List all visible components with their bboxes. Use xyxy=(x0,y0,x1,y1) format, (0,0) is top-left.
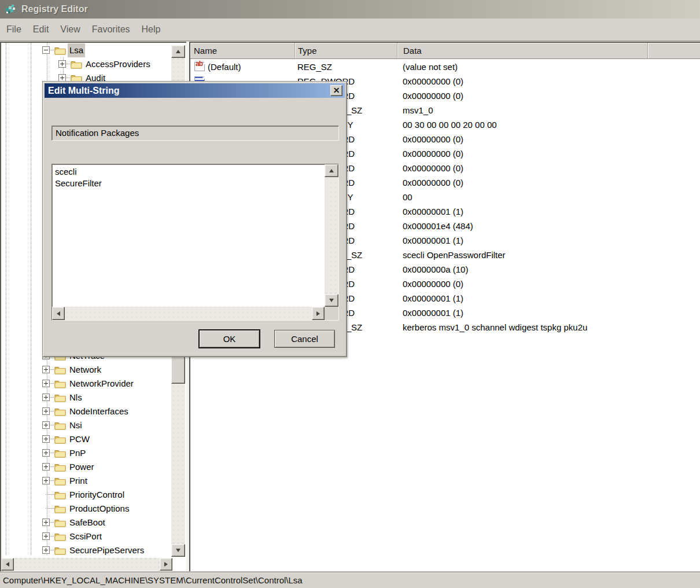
tree-item[interactable]: ScsiPort xyxy=(1,530,171,543)
tree-expander-icon[interactable] xyxy=(42,435,50,443)
tree-expander-icon[interactable] xyxy=(42,394,50,401)
close-icon[interactable]: ✕ xyxy=(330,85,342,96)
tree-item-label: SafeBoot xyxy=(69,516,105,530)
up-arrow-icon xyxy=(176,50,180,53)
tree-item[interactable]: PnP xyxy=(1,446,171,460)
column-header-name[interactable]: Name xyxy=(190,43,295,59)
tree-connector-line xyxy=(50,369,54,370)
value-data-cell: 0x00000001 (1) xyxy=(403,291,463,306)
menu-view[interactable]: View xyxy=(54,19,86,41)
scrollbar-track[interactable] xyxy=(65,307,312,320)
tree-item-label: PriorityControl xyxy=(69,488,124,502)
folder-icon xyxy=(54,546,66,555)
value-type-icon xyxy=(194,62,205,71)
value-data-cell: 0x00000000 (0) xyxy=(403,74,463,89)
tree-item[interactable]: Nsi xyxy=(1,418,171,432)
tree-item[interactable]: PriorityControl xyxy=(1,488,171,502)
value-data-text[interactable]: scecliSecureFilter xyxy=(55,166,322,304)
folder-icon xyxy=(54,449,66,458)
folder-icon xyxy=(54,46,66,55)
tree-expander-icon[interactable] xyxy=(42,463,50,471)
tree-connector-line xyxy=(50,466,54,467)
value-data-cell: 00 30 00 00 00 20 00 00 xyxy=(403,117,497,132)
scrollbar-track[interactable] xyxy=(325,177,338,294)
folder-icon xyxy=(54,490,66,499)
tree-item-label: ProductOptions xyxy=(69,502,129,516)
scroll-right-button[interactable] xyxy=(312,307,325,320)
value-name-cell: (Default) xyxy=(208,60,241,74)
tree-item-label: Nsi xyxy=(69,418,82,432)
tree-connector-line xyxy=(50,439,54,439)
scroll-left-button[interactable] xyxy=(52,307,65,320)
tree-item[interactable]: NetworkProvider xyxy=(1,377,171,391)
value-data-cell: 0x00000000 (0) xyxy=(403,146,463,161)
textarea-vertical-scrollbar[interactable] xyxy=(325,164,338,307)
tree-expander-icon[interactable] xyxy=(42,546,50,554)
tree-expander-icon[interactable] xyxy=(42,421,50,429)
value-data-cell: 0x000001e4 (484) xyxy=(403,219,473,233)
tree-expander-icon[interactable] xyxy=(42,46,50,54)
menu-help[interactable]: Help xyxy=(136,19,167,41)
dialog-title-bar[interactable]: Edit Multi-String xyxy=(45,83,345,98)
tree-connector-line xyxy=(66,64,71,64)
tree-item-label: SecurePipeServers xyxy=(69,543,144,556)
tree-item[interactable]: Print xyxy=(1,474,171,488)
tree-item[interactable]: AccessProviders xyxy=(1,57,171,71)
tree-expander-icon[interactable] xyxy=(42,449,50,457)
tree-expander-icon[interactable] xyxy=(42,366,50,373)
tree-connector-line xyxy=(50,425,54,425)
tree-item-label: Nls xyxy=(69,391,82,405)
tree-item-label: AccessProviders xyxy=(86,57,150,71)
value-name-field[interactable]: Notification Packages xyxy=(51,126,339,141)
tree-item[interactable]: SecurePipeServers xyxy=(1,543,171,556)
scrollbar-track[interactable] xyxy=(14,558,160,571)
tree-expander-icon[interactable] xyxy=(42,380,50,387)
tree-expander-icon[interactable] xyxy=(42,532,50,540)
scroll-left-button[interactable] xyxy=(1,558,14,571)
scroll-up-button[interactable] xyxy=(171,45,185,58)
column-header-type[interactable]: Type xyxy=(295,43,397,59)
folder-icon xyxy=(54,365,66,374)
menu-edit[interactable]: Edit xyxy=(27,19,55,41)
tree-item[interactable]: PCW xyxy=(1,432,171,446)
tree-connector-line xyxy=(46,508,54,509)
tree-item[interactable]: ProductOptions xyxy=(1,502,171,516)
scrollbar-corner xyxy=(325,307,338,320)
scroll-down-button[interactable] xyxy=(325,294,338,307)
value-data-textarea[interactable]: scecliSecureFilter xyxy=(51,164,339,321)
scroll-right-button[interactable] xyxy=(160,558,172,571)
scroll-up-button[interactable] xyxy=(325,164,338,177)
tree-connector-line xyxy=(50,383,54,384)
tree-item[interactable]: SafeBoot xyxy=(1,516,171,530)
menu-file[interactable]: File xyxy=(1,19,27,41)
folder-icon xyxy=(54,379,66,388)
registry-value-row[interactable]: (Default) REG_SZ (value not set) xyxy=(190,60,700,74)
tree-item[interactable]: Nls xyxy=(1,391,171,405)
tree-item[interactable]: Power xyxy=(1,460,171,474)
ok-button[interactable]: OK xyxy=(199,330,260,348)
tree-item-label: PnP xyxy=(69,446,86,460)
value-data-cell: 0x00000001 (1) xyxy=(403,233,463,248)
tree-horizontal-scrollbar[interactable] xyxy=(1,558,172,571)
tree-item[interactable]: Lsa xyxy=(1,43,171,57)
tree-expander-icon[interactable] xyxy=(42,477,50,484)
tree-expander-icon[interactable] xyxy=(42,519,50,526)
up-arrow-icon xyxy=(329,169,334,172)
scroll-down-button[interactable] xyxy=(171,544,185,557)
folder-icon xyxy=(54,393,66,402)
menu-favorites[interactable]: Favorites xyxy=(86,19,136,41)
value-data-line: SecureFilter xyxy=(55,178,322,189)
tree-expander-icon[interactable] xyxy=(58,60,66,68)
tree-expander-icon[interactable] xyxy=(42,407,50,415)
textarea-horizontal-scrollbar[interactable] xyxy=(52,307,325,320)
tree-item[interactable]: NodeInterfaces xyxy=(1,405,171,418)
folder-icon xyxy=(54,462,66,472)
tree-item-label: Network xyxy=(69,363,101,377)
cancel-button[interactable]: Cancel xyxy=(274,330,335,348)
tree-connector-line xyxy=(50,453,54,453)
window-title: Registry Editor xyxy=(21,4,88,14)
value-data-line: scecli xyxy=(55,166,322,178)
tree-item[interactable]: Network xyxy=(1,363,171,377)
column-header-data[interactable]: Data xyxy=(397,43,648,59)
tree-item-label: ScsiPort xyxy=(69,530,102,543)
